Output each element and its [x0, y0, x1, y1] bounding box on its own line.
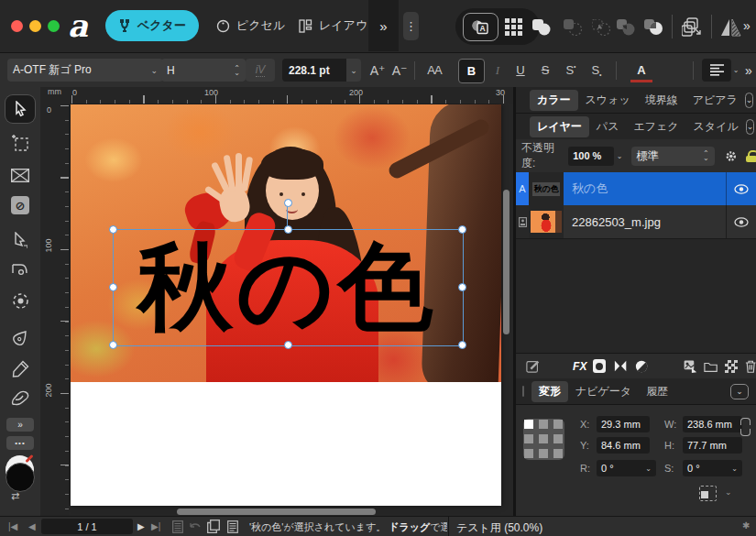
layer-row-image[interactable]: 22862503_m.jpg	[516, 205, 756, 239]
align-dropdown-chevron[interactable]: ⌄	[731, 59, 740, 82]
anchor-dot[interactable]	[553, 420, 563, 429]
anchor-dot[interactable]	[539, 420, 548, 429]
new-group-button[interactable]	[704, 360, 718, 373]
rotation-field[interactable]: 0 ° ⌄	[597, 460, 656, 476]
vertical-scrollbar[interactable]	[503, 190, 509, 334]
w-field[interactable]: 238.6 mm	[683, 416, 742, 432]
pages-list-icon[interactable]	[172, 520, 183, 533]
minimize-window-button[interactable]	[29, 20, 41, 32]
selection-handle-se[interactable]	[458, 341, 466, 349]
boolean-intersect-button[interactable]	[591, 18, 611, 37]
pencil-tool[interactable]	[5, 355, 35, 382]
anchor-dot[interactable]	[553, 434, 563, 443]
h-field[interactable]: 77.7 mm	[683, 437, 742, 454]
bold-button[interactable]: B	[458, 59, 485, 83]
decrease-size-button[interactable]: A⁻	[389, 59, 411, 82]
anchor-selector[interactable]	[523, 419, 564, 460]
crop-tool[interactable]: ⊘	[5, 191, 35, 219]
star-icon[interactable]: ✱	[742, 520, 750, 531]
blend-mode-select[interactable]: 標準 ⌃ ⌄	[631, 147, 715, 166]
titlebar-menu-button[interactable]: ⋮	[403, 12, 419, 40]
flip-horizontal-button[interactable]	[720, 17, 742, 38]
strikethrough-button[interactable]: S	[536, 59, 554, 82]
previous-page-button[interactable]: ◀	[28, 521, 36, 531]
selection-handle-nw[interactable]	[109, 225, 117, 234]
font-family-select[interactable]: A-OTF 新ゴ Pro ⌄	[7, 59, 163, 82]
selection-handle-s[interactable]	[284, 341, 292, 349]
anchor-dot-active[interactable]	[524, 420, 533, 429]
toolbar-overflow-button[interactable]: »	[743, 18, 751, 33]
swap-colors-button[interactable]: ⇄	[11, 490, 19, 502]
format-overflow-button[interactable]: »	[742, 59, 755, 82]
tab-paths[interactable]: パス	[589, 116, 627, 137]
boolean-xor-button[interactable]	[616, 18, 636, 37]
more-tools-button[interactable]: »	[6, 418, 34, 432]
tab-navigator[interactable]: ナビゲータ	[568, 381, 639, 402]
pen-tool[interactable]	[5, 323, 35, 351]
anchor-dot[interactable]	[553, 449, 563, 458]
tab-transform[interactable]: 変形	[531, 381, 568, 402]
increase-size-button[interactable]: A⁺	[367, 59, 389, 82]
layer-row-text[interactable]: A 秋の色 秋の色	[516, 172, 756, 206]
new-layer-button[interactable]	[725, 360, 737, 373]
flood-select-tool[interactable]	[5, 287, 35, 314]
panel-menu-button[interactable]: ⌄	[746, 119, 755, 135]
tab-history[interactable]: 履歴	[639, 381, 675, 402]
tab-effects[interactable]: エフェク	[626, 116, 685, 137]
preview-mode-button[interactable]: A	[463, 13, 499, 41]
first-page-button[interactable]: |◀	[8, 521, 17, 531]
subscript-button[interactable]: S •	[586, 59, 607, 82]
boolean-divide-button[interactable]	[643, 18, 663, 37]
layer-name[interactable]: 秋の色	[564, 172, 726, 205]
grid-view-button[interactable]	[503, 17, 523, 36]
layer-visibility-toggle[interactable]	[727, 172, 756, 205]
font-size-dropdown[interactable]: ⌄	[346, 59, 361, 82]
live-filter-button[interactable]	[635, 359, 648, 374]
page-text-icon[interactable]	[227, 520, 238, 533]
panel-menu-button[interactable]: ⌄	[730, 384, 749, 399]
canvas-viewport[interactable]: 秋の色	[69, 104, 513, 516]
chevron-down-icon[interactable]: ⌄	[617, 152, 623, 160]
zoom-window-button[interactable]	[48, 20, 60, 32]
opacity-field[interactable]: 100 %	[568, 147, 614, 166]
italic-button[interactable]: I	[489, 59, 506, 82]
capitalization-button[interactable]: AA	[422, 59, 447, 82]
next-page-button[interactable]: ▶	[137, 521, 145, 531]
lock-icon[interactable]	[746, 150, 756, 162]
typography-button[interactable]: iV	[246, 59, 275, 82]
shear-field[interactable]: 0 ° ⌄	[683, 460, 742, 476]
transform-origin-button[interactable]	[699, 486, 717, 501]
layer-name[interactable]: 22862503_m.jpg	[564, 205, 726, 238]
fx-button[interactable]: FX	[573, 360, 586, 373]
layer-visibility-toggle[interactable]	[727, 205, 756, 238]
move-tool[interactable]	[5, 95, 35, 123]
selection-handle-e[interactable]	[458, 283, 466, 291]
picture-frame-tool[interactable]	[5, 161, 35, 189]
tab-styles[interactable]: スタイル	[686, 116, 746, 137]
boolean-add-button[interactable]	[531, 18, 552, 37]
delete-layer-button[interactable]	[745, 359, 756, 374]
tab-layers[interactable]: レイヤー	[530, 116, 589, 137]
place-image-button[interactable]	[684, 359, 697, 374]
tab-stroke[interactable]: 境界線	[638, 90, 685, 111]
x-field[interactable]: 29.3 mm	[597, 416, 650, 432]
ruler-unit-corner[interactable]: mm	[40, 87, 69, 104]
tab-pixel-persona[interactable]: ピクセル	[203, 10, 298, 41]
vector-brush-tool[interactable]	[5, 384, 35, 411]
rotation-handle[interactable]	[284, 199, 292, 207]
close-window-button[interactable]	[11, 20, 23, 32]
artboard-tool[interactable]	[5, 129, 35, 157]
horizontal-scrollbar[interactable]	[177, 509, 376, 515]
anchor-dot[interactable]	[539, 449, 548, 458]
transform-options-chevron[interactable]: ⌄	[725, 487, 732, 497]
customize-tools-button[interactable]: •••	[6, 436, 34, 450]
corner-tool[interactable]	[5, 256, 35, 283]
underline-button[interactable]: U	[511, 59, 530, 82]
boolean-subtract-button[interactable]	[563, 18, 583, 37]
tab-appearance[interactable]: アピアラ	[685, 90, 745, 111]
insert-behind-button[interactable]	[681, 16, 703, 38]
font-style-select[interactable]: H ⌃ ⌄	[161, 59, 246, 82]
font-size-field[interactable]: 228.1 pt	[282, 59, 346, 82]
font-color-button[interactable]: A	[630, 60, 652, 82]
gear-icon[interactable]	[725, 149, 738, 163]
